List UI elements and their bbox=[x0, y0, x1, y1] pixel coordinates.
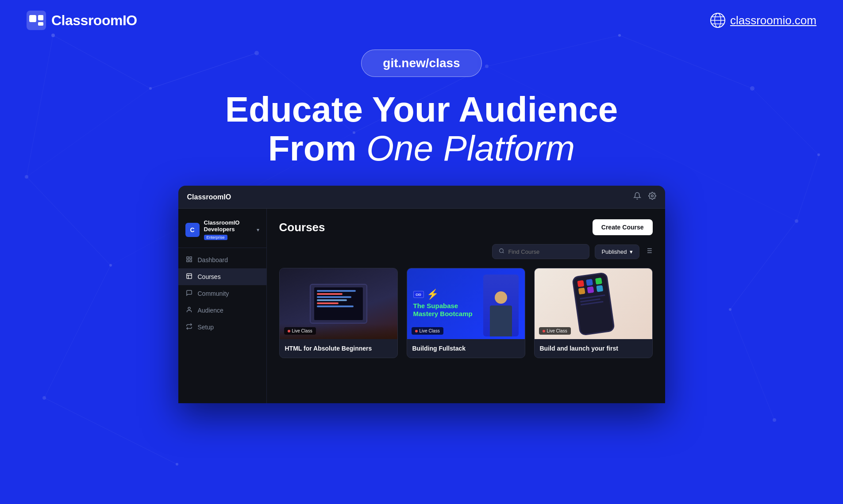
card-body-2: Building Fullstack bbox=[407, 339, 525, 358]
hero-section: git.new/class Educate Your Audience From… bbox=[0, 41, 843, 186]
live-label-1: Live Class bbox=[292, 328, 312, 333]
live-label-2: Live Class bbox=[420, 328, 440, 333]
audience-icon bbox=[185, 306, 193, 314]
search-icon bbox=[499, 248, 504, 255]
card-title-3: Build and launch your first bbox=[540, 344, 647, 352]
org-chevron-icon: ▾ bbox=[257, 227, 259, 233]
card-title-1: HTML for Absolute Beginners bbox=[285, 344, 392, 352]
svg-line-25 bbox=[730, 221, 797, 309]
svg-point-50 bbox=[188, 307, 190, 309]
card-title-2: Building Fullstack bbox=[412, 344, 520, 352]
logo-container: ClassroomIO bbox=[27, 11, 137, 30]
hero-line1: Educate Your Audience bbox=[0, 90, 843, 129]
svg-rect-34 bbox=[29, 15, 36, 22]
svg-rect-45 bbox=[187, 260, 189, 262]
svg-rect-44 bbox=[190, 257, 192, 259]
card-image-1: Live Class bbox=[280, 268, 397, 339]
page-title: Courses bbox=[279, 221, 325, 234]
svg-point-42 bbox=[651, 195, 653, 197]
toolbar: Published ▾ bbox=[279, 244, 653, 259]
org-name: ClassroomIO Developers bbox=[204, 219, 252, 233]
bell-icon[interactable] bbox=[633, 192, 641, 202]
org-badge: Enterprise bbox=[204, 235, 227, 240]
live-dot-3 bbox=[543, 330, 545, 332]
main-content: Courses Create Course Published ▾ bbox=[267, 209, 665, 403]
course-card-1[interactable]: Live Class HTML for Absolute Beginners bbox=[279, 268, 398, 358]
svg-line-29 bbox=[730, 309, 774, 420]
org-avatar: C bbox=[185, 223, 200, 237]
top-bar: ClassroomIO classroomio.com bbox=[0, 0, 843, 41]
svg-line-28 bbox=[44, 398, 177, 464]
sidebar-item-community[interactable]: Community bbox=[178, 285, 266, 302]
hero-line2: From One Platform bbox=[0, 129, 843, 168]
svg-rect-35 bbox=[38, 15, 43, 20]
sidebar-item-setup[interactable]: Setup bbox=[178, 319, 266, 336]
settings-icon[interactable] bbox=[648, 192, 656, 202]
live-label-3: Live Class bbox=[547, 328, 567, 333]
sidebar: C ClassroomIO Developers Enterprise ▾ bbox=[178, 209, 267, 403]
filter-label: Published bbox=[601, 248, 627, 255]
content-header: Courses Create Course bbox=[279, 219, 653, 235]
card-body-1: HTML for Absolute Beginners bbox=[280, 339, 397, 358]
sidebar-item-audience[interactable]: Audience bbox=[178, 302, 266, 319]
globe-icon bbox=[710, 12, 726, 28]
create-course-button[interactable]: Create Course bbox=[593, 219, 653, 235]
setup-label: Setup bbox=[198, 324, 214, 331]
url-pill: git.new/class bbox=[361, 50, 481, 77]
website-link[interactable]: classroomio.com bbox=[710, 12, 816, 28]
dashboard-icon bbox=[185, 256, 193, 264]
svg-line-27 bbox=[44, 265, 111, 398]
org-info[interactable]: C ClassroomIO Developers Enterprise ▾ bbox=[185, 219, 259, 241]
audience-label: Audience bbox=[198, 307, 223, 314]
community-icon bbox=[185, 290, 193, 298]
live-badge-2: Live Class bbox=[412, 327, 443, 335]
svg-line-23 bbox=[27, 177, 111, 265]
live-dot-2 bbox=[415, 330, 418, 332]
courses-grid: Live Class HTML for Absolute Beginners bbox=[279, 268, 653, 358]
sidebar-item-courses[interactable]: Courses bbox=[178, 268, 266, 285]
filter-dropdown[interactable]: Published ▾ bbox=[595, 244, 639, 259]
sidebar-item-dashboard[interactable]: Dashboard bbox=[178, 252, 266, 268]
courses-label: Courses bbox=[198, 273, 221, 280]
svg-rect-43 bbox=[187, 257, 189, 259]
courses-icon bbox=[185, 273, 193, 281]
svg-line-52 bbox=[503, 252, 504, 253]
website-link-text: classroomio.com bbox=[730, 14, 816, 27]
window-title: ClassroomIO bbox=[187, 193, 231, 201]
list-view-icon[interactable] bbox=[645, 247, 653, 256]
svg-point-51 bbox=[500, 249, 504, 253]
live-badge-3: Live Class bbox=[539, 327, 571, 335]
titlebar-icons bbox=[633, 192, 656, 202]
search-input[interactable] bbox=[508, 248, 583, 255]
live-dot-1 bbox=[288, 330, 290, 332]
live-badge-1: Live Class bbox=[284, 327, 316, 335]
org-header: C ClassroomIO Developers Enterprise ▾ bbox=[178, 216, 266, 248]
filter-chevron-icon: ▾ bbox=[630, 248, 633, 255]
window-titlebar: ClassroomIO bbox=[178, 186, 665, 209]
org-name-container: ClassroomIO Developers Enterprise bbox=[204, 219, 252, 241]
app-body: C ClassroomIO Developers Enterprise ▾ bbox=[178, 209, 665, 403]
setup-icon bbox=[185, 323, 193, 331]
svg-rect-36 bbox=[38, 22, 43, 26]
hero-line2-normal: From bbox=[268, 129, 366, 168]
card-image-3: Live Class bbox=[535, 268, 652, 339]
svg-rect-47 bbox=[187, 274, 192, 279]
hero-title: Educate Your Audience From One Platform bbox=[0, 90, 843, 168]
logo-text: ClassroomIO bbox=[51, 12, 137, 29]
search-bar[interactable] bbox=[492, 244, 589, 259]
card-body-3: Build and launch your first bbox=[535, 339, 652, 358]
course-card-2[interactable]: CIO ⚡ The Supabase Mastery Bootcamp bbox=[407, 268, 525, 358]
card-image-2: CIO ⚡ The Supabase Mastery Bootcamp bbox=[407, 268, 525, 339]
logo-icon bbox=[27, 11, 46, 30]
supabase-card-subtitle: The Supabase Mastery Bootcamp bbox=[413, 302, 479, 318]
svg-rect-46 bbox=[190, 260, 192, 262]
dashboard-label: Dashboard bbox=[198, 256, 228, 263]
course-card-3[interactable]: Live Class Build and launch your first bbox=[534, 268, 653, 358]
app-window: ClassroomIO C bbox=[178, 186, 665, 403]
hero-line2-italic: One Platform bbox=[366, 129, 575, 168]
community-label: Community bbox=[198, 290, 229, 297]
